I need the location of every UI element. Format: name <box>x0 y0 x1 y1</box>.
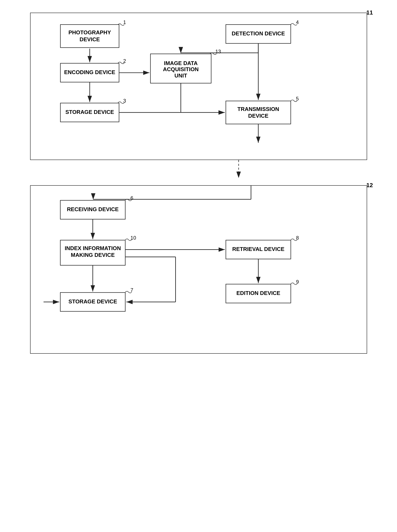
svg-text:EDITION DEVICE: EDITION DEVICE <box>236 290 280 296</box>
svg-rect-40 <box>60 293 125 311</box>
svg-text:ENCODING DEVICE: ENCODING DEVICE <box>64 69 115 75</box>
svg-text:7: 7 <box>130 287 133 293</box>
svg-text:TRANSMISSION: TRANSMISSION <box>237 106 279 112</box>
svg-text:9: 9 <box>296 279 299 285</box>
bottom-system-box: 12 RECEIVING DEVICE INDEX INFORMATION MA… <box>30 185 367 354</box>
top-system-box: 11 <box>30 13 367 160</box>
svg-text:6: 6 <box>130 195 133 201</box>
svg-text:IMAGE DATA: IMAGE DATA <box>164 60 198 66</box>
svg-text:DEVICE: DEVICE <box>79 37 100 42</box>
svg-text:2: 2 <box>123 58 126 64</box>
svg-text:DEVICE: DEVICE <box>248 113 268 119</box>
svg-rect-18 <box>150 54 211 83</box>
bottom-system-ref: 12 <box>366 182 373 189</box>
svg-rect-17 <box>226 101 291 124</box>
svg-text:UNIT: UNIT <box>174 73 187 79</box>
svg-rect-15 <box>60 103 119 122</box>
svg-rect-41 <box>226 240 291 259</box>
svg-text:ACQUISITION: ACQUISITION <box>163 66 198 72</box>
svg-text:13: 13 <box>215 49 221 54</box>
svg-rect-39 <box>60 240 125 265</box>
svg-text:4: 4 <box>296 19 299 25</box>
svg-text:INDEX INFORMATION: INDEX INFORMATION <box>65 245 121 251</box>
svg-text:3: 3 <box>123 98 126 104</box>
svg-text:RETRIEVAL DEVICE: RETRIEVAL DEVICE <box>232 246 284 252</box>
svg-text:MAKING DEVICE: MAKING DEVICE <box>71 252 115 258</box>
svg-text:PHOTOGRAPHY: PHOTOGRAPHY <box>68 30 111 35</box>
svg-rect-42 <box>226 284 291 303</box>
svg-text:8: 8 <box>296 235 299 241</box>
svg-text:5: 5 <box>296 96 299 101</box>
svg-text:10: 10 <box>130 235 136 241</box>
svg-rect-14 <box>60 63 119 82</box>
svg-text:DETECTION DEVICE: DETECTION DEVICE <box>232 31 285 37</box>
svg-text:1: 1 <box>123 19 126 25</box>
main-diagram: 11 <box>17 13 380 354</box>
svg-text:RECEIVING DEVICE: RECEIVING DEVICE <box>67 206 118 212</box>
svg-rect-13 <box>60 25 119 48</box>
svg-rect-38 <box>60 200 125 219</box>
svg-text:STORAGE DEVICE: STORAGE DEVICE <box>65 109 114 115</box>
svg-rect-16 <box>226 25 291 43</box>
svg-text:STORAGE DEVICE: STORAGE DEVICE <box>68 299 117 304</box>
top-system-ref: 11 <box>366 9 373 16</box>
dashed-connector-area <box>30 160 367 185</box>
